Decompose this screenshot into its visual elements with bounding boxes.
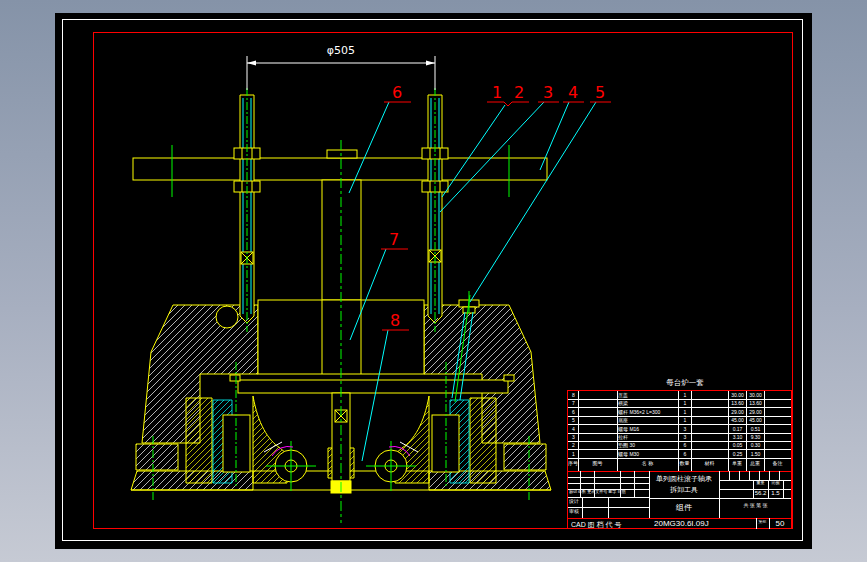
- callout-7: 7: [389, 230, 399, 249]
- col-header-code: 图号: [578, 461, 617, 467]
- col-header-mat: 材料: [691, 461, 728, 467]
- weight-label: 重量: [753, 481, 768, 485]
- housing-notch: [216, 306, 238, 328]
- col-header-totalweight: 总重: [746, 461, 764, 467]
- product-name-line1: 单列圆柱滚子轴承: [650, 475, 718, 483]
- callout-1: 1: [492, 83, 502, 102]
- col-header-qty: 数量: [678, 461, 691, 467]
- check-label: 审核: [569, 509, 582, 515]
- callout-8: 8: [390, 311, 400, 330]
- page-label: 第张: [756, 520, 769, 524]
- drawing-note: 每台炉一套: [666, 378, 704, 387]
- scale-value: 1.5: [768, 490, 783, 497]
- weight-value: 56.2: [753, 490, 768, 497]
- col-header-no: 序号: [568, 461, 578, 467]
- title-block: 8压盖130.0030.007横梁113.6013.606螺杆 M36×2 L=…: [567, 390, 792, 529]
- scale-label: 比例: [768, 481, 783, 485]
- callout-6: 6: [392, 83, 402, 102]
- callout-4: 4: [568, 83, 578, 102]
- col-header-name: 名 称: [617, 461, 678, 467]
- sheets-text: 共 张 第 张: [720, 503, 791, 509]
- col-header-note: 备注: [764, 461, 791, 467]
- drawing-number: 20MG30.6I.09J: [654, 520, 754, 529]
- callout-3: 3: [543, 83, 553, 102]
- callout-5: 5: [595, 83, 605, 102]
- product-name-line2: 拆卸工具: [650, 486, 718, 494]
- crossbeam-plate: [133, 158, 547, 180]
- callout-2: 2: [514, 83, 524, 102]
- assembly-label: 组件: [650, 504, 718, 513]
- design-label: 设计: [569, 499, 582, 505]
- page-number: 50: [769, 520, 791, 529]
- dimension-label: φ505: [327, 44, 355, 57]
- cad-doc-label: CAD 图 档 代 号: [571, 521, 653, 529]
- cad-application-window: φ505 1 2 3 4 5 6 7 8 每台炉一套 8压盖130.0030.0…: [0, 0, 867, 562]
- col-header-unitweight: 单重: [728, 461, 746, 467]
- revision-row: 标记 处数 更改文件号 签字 日期: [569, 490, 649, 494]
